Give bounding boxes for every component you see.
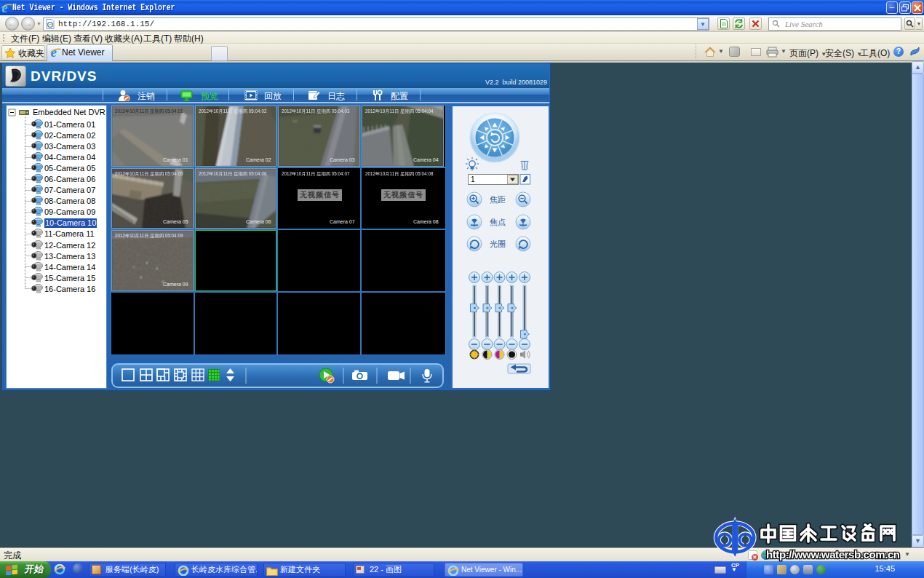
svg-text:http://www.watersb.com.cn: http://www.watersb.com.cn <box>766 548 900 561</box>
svg-text:焦点: 焦点 <box>490 218 506 226</box>
svg-text:光圈: 光圈 <box>490 239 506 248</box>
svg-text:焦距: 焦距 <box>490 195 506 204</box>
svg-text:1: 1 <box>471 175 475 183</box>
svg-text:e: e <box>51 46 57 59</box>
